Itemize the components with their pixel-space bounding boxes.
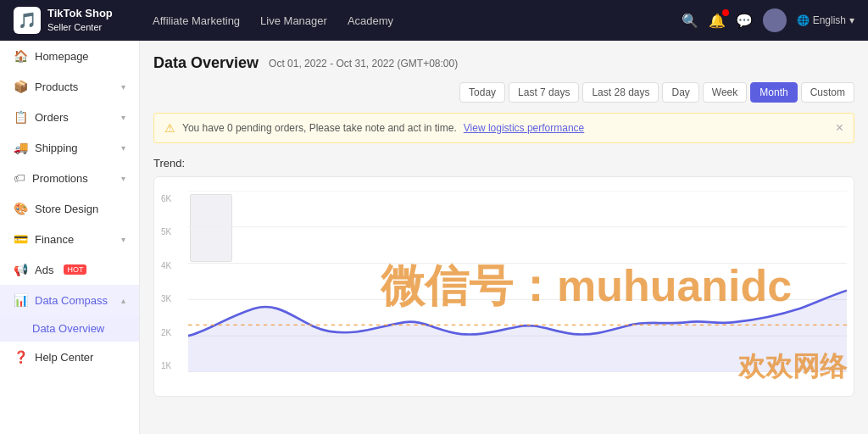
sidebar-item-data-compass[interactable]: 📊 Data Compass ▴ (0, 285, 139, 315)
y-label-3k: 3K (161, 294, 171, 303)
content-area: Data Overview Oct 01, 2022 - Oct 31, 202… (140, 41, 868, 434)
chevron-down-icon: ▾ (121, 235, 125, 244)
trend-chart (188, 191, 847, 372)
main-layout: 🏠 Homepage 📦 Products ▾ 📋 Orders ▾ 🚚 Shi… (0, 41, 868, 434)
sidebar-item-homepage[interactable]: 🏠 Homepage (0, 41, 139, 71)
search-icon[interactable]: 🔍 (682, 13, 698, 29)
language-selector[interactable]: 🌐 English ▾ (797, 14, 854, 26)
y-label-1k: 1K (161, 361, 171, 370)
sidebar-item-orders[interactable]: 📋 Orders ▾ (0, 102, 139, 132)
logo: 🎵 TikTok Shop Seller Center (14, 7, 132, 34)
period-day[interactable]: Day (662, 82, 698, 103)
chevron-down-icon: ▾ (121, 113, 125, 122)
shipping-icon: 🚚 (14, 141, 28, 154)
notification-badge (722, 9, 729, 16)
sidebar-item-store-design[interactable]: 🎨 Store Design (0, 193, 139, 224)
chevron-down-icon: ▾ (121, 82, 125, 92)
y-label-2k: 2K (161, 328, 171, 337)
nav-right: 🔍 🔔 💬 🌐 English ▾ (682, 8, 854, 32)
sidebar-item-promotions[interactable]: 🏷 Promotions ▾ (0, 163, 139, 193)
sidebar-sub-item-data-overview[interactable]: Data Overview (0, 315, 139, 342)
alert-icon: ⚠ (164, 121, 175, 135)
y-label-5k: 5K (161, 227, 171, 236)
period-last28[interactable]: Last 28 days (582, 82, 659, 103)
alert-banner: ⚠ You have 0 pending orders, Please take… (153, 113, 854, 143)
orders-icon: 📋 (14, 110, 28, 124)
hot-badge: HOT (64, 264, 86, 275)
notification-icon[interactable]: 🔔 (709, 13, 726, 29)
page-title: Data Overview (153, 54, 259, 72)
period-today[interactable]: Today (459, 82, 505, 103)
tiktok-logo-icon: 🎵 (14, 7, 41, 34)
promotions-icon: 🏷 (14, 171, 25, 185)
chevron-up-icon: ▴ (121, 296, 125, 305)
period-last7[interactable]: Last 7 days (509, 82, 579, 103)
y-label-4k: 4K (161, 261, 171, 270)
data-header: Data Overview Oct 01, 2022 - Oct 31, 202… (153, 54, 854, 103)
sidebar-item-products[interactable]: 📦 Products ▾ (0, 71, 139, 102)
messages-icon[interactable]: 💬 (736, 13, 753, 29)
chart-svg-wrapper (188, 191, 847, 372)
help-icon: ❓ (14, 350, 28, 364)
period-week[interactable]: Week (703, 82, 747, 103)
trend-label: Trend: (153, 157, 854, 170)
sidebar-item-shipping[interactable]: 🚚 Shipping ▾ (0, 132, 139, 163)
products-icon: 📦 (14, 80, 28, 93)
sidebar-item-finance[interactable]: 💳 Finance ▾ (0, 224, 139, 254)
nav-links: Affiliate Marketing Live Manager Academy (153, 11, 661, 31)
period-month[interactable]: Month (750, 82, 797, 103)
chevron-down-icon: ▾ (121, 174, 125, 183)
top-navigation: 🎵 TikTok Shop Seller Center Affiliate Ma… (0, 0, 868, 41)
period-buttons: Today Last 7 days Last 28 days Day Week … (459, 82, 854, 103)
alert-close-button[interactable]: × (836, 120, 843, 136)
sidebar: 🏠 Homepage 📦 Products ▾ 📋 Orders ▾ 🚚 Shi… (0, 41, 140, 434)
alert-message: You have 0 pending orders, Please take n… (182, 122, 457, 134)
data-compass-icon: 📊 (14, 293, 28, 307)
period-custom[interactable]: Custom (801, 82, 854, 103)
nav-affiliate-marketing[interactable]: Affiliate Marketing (153, 11, 240, 31)
finance-icon: 💳 (14, 232, 28, 246)
alert-link[interactable]: View logistics performance (464, 122, 585, 134)
content-inner: Data Overview Oct 01, 2022 - Oct 31, 202… (140, 41, 868, 410)
nav-academy[interactable]: Academy (348, 11, 393, 31)
avatar (763, 8, 787, 32)
date-range: Oct 01, 2022 - Oct 31, 2022 (GMT+08:00) (269, 58, 458, 70)
chart-y-labels: 6K 5K 4K 3K 2K 1K (161, 194, 171, 370)
nav-live-manager[interactable]: Live Manager (260, 11, 327, 31)
home-icon: 🏠 (14, 49, 28, 63)
logo-text: TikTok Shop Seller Center (47, 7, 113, 33)
y-label-6k: 6K (161, 194, 171, 203)
ads-icon: 📢 (14, 263, 28, 276)
sidebar-item-ads[interactable]: 📢 Ads HOT (0, 254, 139, 285)
store-design-icon: 🎨 (14, 202, 28, 215)
chart-area: 6K 5K 4K 3K 2K 1K (153, 176, 854, 397)
chevron-down-icon: ▾ (121, 143, 125, 153)
sidebar-item-help-center[interactable]: ❓ Help Center (0, 342, 139, 372)
